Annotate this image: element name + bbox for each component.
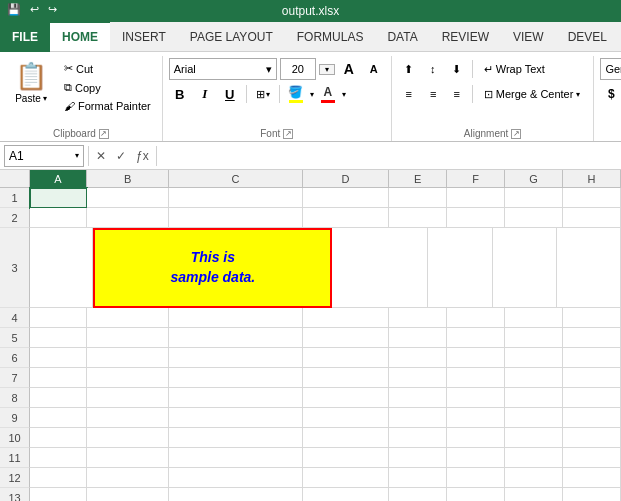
cell-c13[interactable] [169,488,303,501]
cell-b11[interactable] [87,448,169,468]
cell-d3[interactable] [332,228,428,308]
cell-g1[interactable] [505,188,563,208]
cell-d12[interactable] [303,468,389,488]
cell-b7[interactable] [87,368,169,388]
cell-e2[interactable] [389,208,447,228]
name-box[interactable]: A1 ▾ [4,145,84,167]
paste-button[interactable]: 📋 Paste ▾ [6,58,56,107]
cell-b6[interactable] [87,348,169,368]
cell-g6[interactable] [505,348,563,368]
cell-f2[interactable] [447,208,505,228]
cell-e4[interactable] [389,308,447,328]
cell-d9[interactable] [303,408,389,428]
tab-data[interactable]: DATA [375,22,429,51]
cell-f11[interactable] [447,448,505,468]
cell-e10[interactable] [389,428,447,448]
cell-c10[interactable] [169,428,303,448]
cell-h1[interactable] [563,188,621,208]
cell-f7[interactable] [447,368,505,388]
cell-d6[interactable] [303,348,389,368]
col-header-a[interactable]: A [30,170,87,187]
cell-f6[interactable] [447,348,505,368]
cell-f10[interactable] [447,428,505,448]
cell-h8[interactable] [563,388,621,408]
cell-d11[interactable] [303,448,389,468]
cell-c8[interactable] [169,388,303,408]
undo-button[interactable]: ↩ [27,2,42,17]
cell-a11[interactable] [30,448,87,468]
cell-b1[interactable] [87,188,169,208]
dollar-button[interactable]: $ [600,83,621,105]
cell-f1[interactable] [447,188,505,208]
cell-g10[interactable] [505,428,563,448]
fill-color-button[interactable]: 🪣 [285,83,307,105]
cell-a5[interactable] [30,328,87,348]
cell-f5[interactable] [447,328,505,348]
cell-h11[interactable] [563,448,621,468]
cell-c9[interactable] [169,408,303,428]
cell-b13[interactable] [87,488,169,501]
cell-e5[interactable] [389,328,447,348]
cell-h10[interactable] [563,428,621,448]
wrap-text-button[interactable]: ↵ Wrap Text [477,58,552,80]
cell-b4[interactable] [87,308,169,328]
confirm-formula-button[interactable]: ✓ [113,149,129,163]
cell-b12[interactable] [87,468,169,488]
cell-c7[interactable] [169,368,303,388]
cell-g13[interactable] [505,488,563,501]
align-top-button[interactable]: ⬆ [398,58,420,80]
font-color-button[interactable]: A [317,83,339,105]
tab-file[interactable]: FILE [0,22,50,52]
cell-f9[interactable] [447,408,505,428]
copy-button[interactable]: ⧉ Copy [59,79,156,96]
cell-g4[interactable] [505,308,563,328]
cell-d10[interactable] [303,428,389,448]
cell-b9[interactable] [87,408,169,428]
clipboard-expand-button[interactable]: ↗ [99,129,109,139]
cell-d4[interactable] [303,308,389,328]
cell-e7[interactable] [389,368,447,388]
cell-a3[interactable] [30,228,93,308]
cell-d2[interactable] [303,208,389,228]
cell-d8[interactable] [303,388,389,408]
cell-h4[interactable] [563,308,621,328]
cell-c12[interactable] [169,468,303,488]
cell-c5[interactable] [169,328,303,348]
cell-h13[interactable] [563,488,621,501]
formula-input[interactable] [161,145,617,167]
col-header-h[interactable]: H [563,170,621,187]
tab-home[interactable]: HOME [50,21,110,51]
cell-c4[interactable] [169,308,303,328]
cell-f4[interactable] [447,308,505,328]
cell-d7[interactable] [303,368,389,388]
align-center-button[interactable]: ≡ [422,83,444,105]
cell-f13[interactable] [447,488,505,501]
cell-e12[interactable] [389,468,447,488]
decrease-font-button[interactable]: A [363,58,385,80]
cell-a4[interactable] [30,308,87,328]
cell-b8[interactable] [87,388,169,408]
bold-button[interactable]: B [169,83,191,105]
format-painter-button[interactable]: 🖌 Format Painter [59,98,156,114]
underline-button[interactable]: U [219,83,241,105]
cell-a9[interactable] [30,408,87,428]
col-header-e[interactable]: E [389,170,447,187]
cell-f12[interactable] [447,468,505,488]
align-left-button[interactable]: ≡ [398,83,420,105]
alignment-expand-button[interactable]: ↗ [511,129,521,139]
cell-g2[interactable] [505,208,563,228]
align-bottom-button[interactable]: ⬇ [446,58,468,80]
cell-c2[interactable] [169,208,303,228]
paste-dropdown-icon[interactable]: ▾ [43,94,47,103]
cell-e11[interactable] [389,448,447,468]
cell-g5[interactable] [505,328,563,348]
cell-e9[interactable] [389,408,447,428]
cell-b3-merged[interactable]: This is sample data. [93,228,332,308]
font-color-dropdown-icon[interactable]: ▾ [342,90,346,99]
cell-a6[interactable] [30,348,87,368]
cell-h2[interactable] [563,208,621,228]
cell-g7[interactable] [505,368,563,388]
select-all-button[interactable] [0,170,30,187]
col-header-g[interactable]: G [505,170,563,187]
increase-font-button[interactable]: A [338,58,360,80]
